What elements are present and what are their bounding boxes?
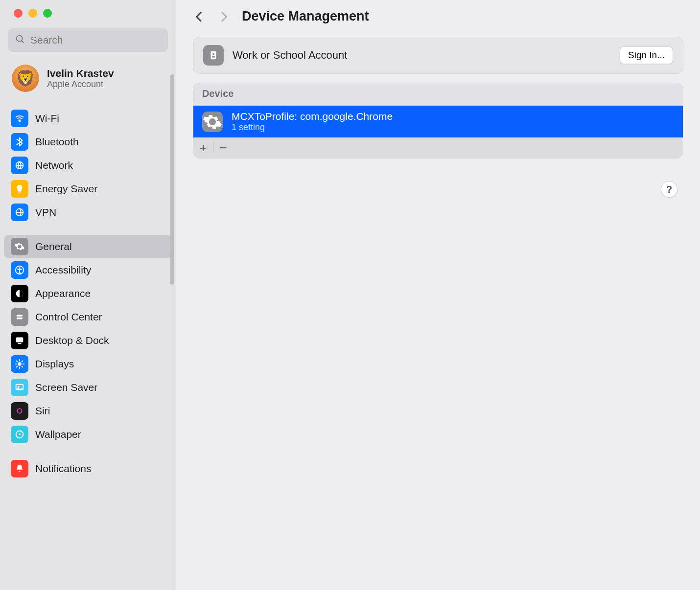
work-school-label: Work or School Account — [233, 49, 347, 62]
remove-profile-button[interactable]: − — [213, 137, 233, 158]
header: Device Management — [193, 9, 683, 24]
badge-icon — [203, 45, 224, 66]
close-window-button[interactable] — [14, 9, 23, 18]
gear-icon — [11, 238, 28, 255]
search-input[interactable] — [25, 34, 161, 46]
avatar: 🦁 — [12, 65, 39, 92]
bell-icon — [11, 460, 28, 477]
sidebar-item-label: General — [35, 241, 72, 252]
sidebar-item-label: Network — [35, 159, 73, 171]
sidebar-item-displays[interactable]: Displays — [4, 352, 172, 376]
sidebar-item-label: Siri — [35, 405, 50, 417]
scrollbar[interactable] — [170, 74, 174, 285]
sidebar-item-screensaver[interactable]: Screen Saver — [4, 376, 172, 399]
sidebar-item-network[interactable]: Network — [4, 154, 172, 177]
wifi-icon — [11, 110, 28, 127]
sidebar-item-energy[interactable]: Energy Saver — [4, 177, 172, 201]
device-card: Device MCXToProfile: com.google.Chrome 1… — [193, 83, 683, 159]
device-header: Device — [193, 83, 683, 106]
bulb-icon — [11, 180, 28, 198]
back-button[interactable] — [193, 10, 206, 23]
svg-line-19 — [22, 361, 23, 362]
siri-icon — [11, 402, 28, 420]
sidebar-item-label: Control Center — [35, 311, 102, 323]
sign-in-button[interactable]: Sign In... — [620, 46, 673, 64]
window-controls — [0, 9, 176, 18]
globe-icon — [11, 157, 28, 174]
profile-row[interactable]: MCXToProfile: com.google.Chrome 1 settin… — [193, 106, 683, 137]
svg-point-29 — [212, 53, 214, 55]
minimize-window-button[interactable] — [28, 9, 37, 18]
zoom-window-button[interactable] — [43, 9, 52, 18]
profile-subtitle: 1 setting — [232, 122, 393, 133]
sidebar-item-controlcenter[interactable]: Control Center — [4, 305, 172, 329]
svg-rect-8 — [17, 315, 23, 317]
appearance-icon — [11, 285, 28, 302]
svg-line-17 — [17, 361, 18, 362]
screensaver-icon — [11, 379, 28, 396]
sidebar-item-siri[interactable]: Siri — [4, 399, 172, 423]
gear-icon — [202, 112, 223, 132]
search-icon — [15, 34, 25, 46]
sidebar-item-label: Screen Saver — [35, 382, 97, 393]
apple-account-row[interactable]: 🦁 Ivelin Krastev Apple Account — [0, 60, 176, 101]
svg-rect-10 — [16, 338, 23, 342]
main-content: Device Management Work or School Account… — [176, 0, 700, 590]
work-school-card: Work or School Account Sign In... — [193, 37, 683, 74]
sidebar-item-desktop[interactable]: Desktop & Dock — [4, 329, 172, 352]
profile-name: MCXToProfile: com.google.Chrome — [232, 111, 393, 122]
sidebar-item-label: VPN — [35, 206, 56, 218]
svg-point-0 — [17, 36, 23, 42]
device-footer: + − — [193, 137, 683, 158]
svg-rect-11 — [18, 343, 21, 344]
desktop-icon — [11, 332, 28, 349]
add-profile-button[interactable]: + — [193, 137, 213, 158]
svg-point-6 — [19, 267, 20, 269]
help-button[interactable]: ? — [661, 181, 677, 198]
svg-point-12 — [18, 362, 21, 365]
sidebar-item-label: Notifications — [35, 463, 91, 475]
svg-line-1 — [22, 41, 23, 43]
sidebar-item-label: Wallpaper — [35, 429, 81, 440]
sidebar-item-appearance[interactable]: Appearance — [4, 282, 172, 305]
svg-point-27 — [19, 433, 21, 435]
svg-rect-28 — [211, 51, 216, 60]
sidebar-item-notifications[interactable]: Notifications — [4, 457, 172, 480]
sidebar-item-bluetooth[interactable]: Bluetooth — [4, 130, 172, 154]
sidebar-nav[interactable]: Wi-FiBluetoothNetworkEnergy SaverVPNGene… — [0, 101, 176, 590]
displays-icon — [11, 355, 28, 373]
sidebar: 🦁 Ivelin Krastev Apple Account Wi-FiBlue… — [0, 0, 176, 590]
sidebar-item-label: Desktop & Dock — [35, 335, 109, 346]
sidebar-item-label: Bluetooth — [35, 136, 79, 148]
search-field[interactable] — [8, 28, 168, 52]
a11y-icon — [11, 261, 28, 279]
svg-line-18 — [22, 366, 23, 367]
sidebar-item-label: Energy Saver — [35, 183, 97, 195]
svg-point-23 — [16, 407, 24, 415]
svg-point-2 — [19, 121, 20, 122]
sidebar-item-wifi[interactable]: Wi-Fi — [4, 107, 172, 130]
bluetooth-icon — [11, 133, 28, 151]
account-subtitle: Apple Account — [47, 79, 114, 90]
sidebar-item-accessibility[interactable]: Accessibility — [4, 258, 172, 282]
sidebar-item-vpn[interactable]: VPN — [4, 201, 172, 224]
forward-button[interactable] — [217, 10, 230, 23]
account-name: Ivelin Krastev — [47, 68, 114, 79]
svg-rect-9 — [17, 318, 23, 319]
sidebar-item-label: Appearance — [35, 288, 91, 299]
sidebar-item-label: Wi-Fi — [35, 113, 59, 124]
sidebar-item-label: Displays — [35, 358, 74, 370]
cc-icon — [11, 308, 28, 326]
sidebar-item-wallpaper[interactable]: Wallpaper — [4, 423, 172, 446]
sidebar-item-label: Accessibility — [35, 264, 91, 276]
page-title: Device Management — [242, 9, 369, 24]
svg-line-20 — [17, 366, 18, 367]
wallpaper-icon — [11, 426, 28, 443]
sidebar-item-general[interactable]: General — [4, 235, 172, 258]
vpn-icon — [11, 204, 28, 221]
